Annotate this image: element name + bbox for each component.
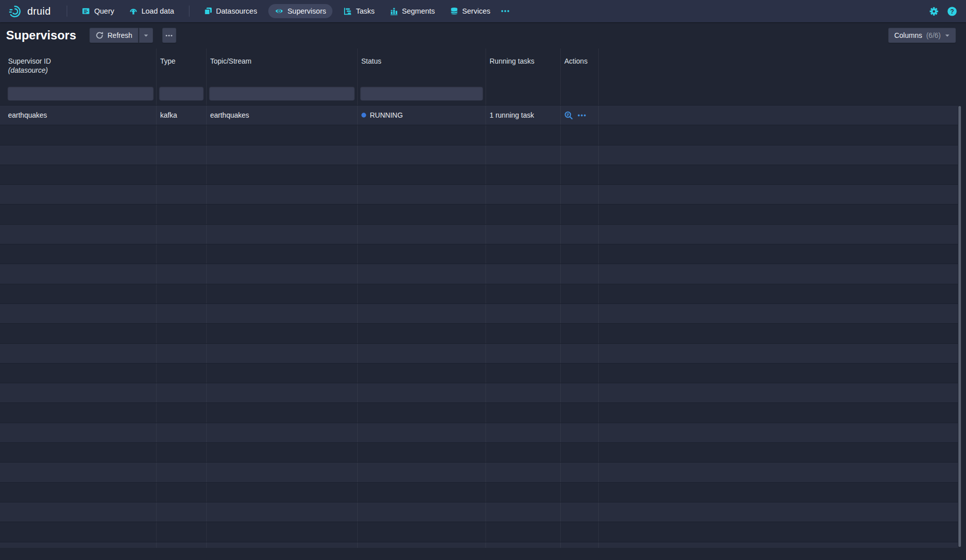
nav-item-services[interactable]: Services: [446, 4, 495, 18]
empty-cell: [561, 522, 599, 541]
empty-cell: [157, 364, 207, 383]
filter-topic-stream-input[interactable]: [209, 86, 355, 100]
top-nav-bar: druid Query Load data Datasources: [0, 0, 966, 22]
empty-cell: [561, 542, 599, 548]
empty-cell: [157, 264, 207, 283]
empty-cell: [599, 383, 958, 402]
empty-cell: [157, 403, 207, 422]
page-title: Supervisors: [6, 28, 76, 42]
table-row-empty: [0, 522, 958, 542]
empty-cell: [561, 145, 599, 165]
empty-cell: [0, 205, 157, 224]
load-data-icon: [129, 7, 137, 15]
empty-cell: [358, 483, 486, 502]
empty-cell: [358, 284, 486, 303]
inspect-supervisor-button[interactable]: [564, 111, 573, 120]
table-row-empty: [0, 205, 958, 224]
empty-cell: [207, 542, 358, 548]
nav-item-segments[interactable]: Segments: [386, 4, 439, 18]
column-header-type[interactable]: Type: [157, 48, 207, 81]
column-label: Actions: [564, 57, 595, 65]
eye-icon: [275, 7, 283, 15]
filter-cell: [0, 81, 157, 105]
nav-item-supervisors[interactable]: Supervisors: [268, 4, 333, 18]
empty-cell: [157, 443, 207, 462]
empty-cell: [561, 225, 599, 244]
empty-cell: [358, 344, 486, 363]
nav-divider: [67, 6, 67, 17]
table-header-row: Supervisor ID (datasource) Type Topic/St…: [0, 48, 958, 81]
running-tasks-cell: 1 running task: [486, 106, 561, 125]
empty-cell: [157, 244, 207, 264]
empty-cell: [599, 244, 958, 264]
filter-type-input[interactable]: [159, 86, 204, 100]
column-header-actions[interactable]: Actions: [561, 48, 599, 81]
column-header-topic-stream[interactable]: Topic/Stream: [207, 48, 358, 81]
gear-icon[interactable]: [929, 7, 939, 16]
chevron-down-icon: [945, 34, 950, 37]
filter-status-input[interactable]: [360, 86, 483, 100]
druid-logo[interactable]: druid: [9, 5, 51, 18]
column-header-running-tasks[interactable]: Running tasks: [486, 48, 561, 81]
empty-cell: [0, 165, 157, 184]
columns-label: Columns: [894, 31, 922, 39]
bar-chart-icon: [390, 7, 398, 15]
filter-supervisor-id-input[interactable]: [8, 86, 154, 100]
empty-cell: [561, 304, 599, 323]
filter-filler: [599, 81, 958, 105]
refresh-label: Refresh: [108, 31, 132, 39]
empty-cell: [0, 463, 157, 482]
empty-cell: [207, 423, 358, 442]
empty-cell: [207, 244, 358, 264]
table-row-empty: [0, 463, 958, 482]
vertical-scrollbar[interactable]: [958, 106, 961, 547]
empty-cell: [486, 284, 561, 303]
empty-cell: [358, 125, 486, 144]
nav-overflow-button[interactable]: [501, 10, 510, 13]
empty-cell: [486, 344, 561, 363]
refresh-icon: [95, 31, 104, 39]
columns-dropdown-button[interactable]: Columns (6/6): [888, 28, 956, 43]
table-row-empty: [0, 284, 958, 304]
empty-cell: [0, 284, 157, 303]
refresh-interval-caret-button[interactable]: [139, 28, 153, 43]
empty-cell: [358, 463, 486, 482]
empty-cell: [599, 463, 958, 482]
column-sublabel: (datasource): [8, 66, 153, 74]
refresh-button[interactable]: Refresh: [89, 28, 138, 43]
toolbar-more-button[interactable]: [162, 28, 176, 43]
empty-cell: [157, 165, 207, 184]
query-icon: [82, 7, 90, 15]
nav-item-load-data[interactable]: Load data: [125, 4, 178, 18]
nav-item-label: Query: [94, 7, 114, 15]
chevron-down-icon: [143, 34, 149, 37]
column-header-status[interactable]: Status: [358, 48, 486, 81]
help-icon[interactable]: ?: [947, 7, 957, 16]
empty-cell: [157, 304, 207, 323]
empty-cell: [486, 225, 561, 244]
empty-cell: [561, 185, 599, 204]
nav-item-query[interactable]: Query: [78, 4, 118, 18]
empty-cell: [599, 443, 958, 462]
row-actions-button[interactable]: [577, 114, 586, 117]
empty-cell: [599, 284, 958, 303]
empty-cell: [561, 284, 599, 303]
column-header-supervisor-id[interactable]: Supervisor ID (datasource): [0, 48, 157, 81]
empty-cell: [207, 264, 358, 283]
empty-cell: [486, 443, 561, 462]
table-row[interactable]: earthquakes kafka earthquakes RUNNING 1 …: [0, 106, 958, 125]
status-badge: RUNNING: [370, 111, 403, 119]
empty-cell: [486, 304, 561, 323]
brand-name: druid: [27, 6, 51, 17]
empty-cell: [358, 364, 486, 383]
nav-item-datasources[interactable]: Datasources: [200, 4, 261, 18]
empty-cell: [599, 205, 958, 224]
empty-cell: [157, 145, 207, 165]
empty-cell: [561, 264, 599, 283]
nav-item-tasks[interactable]: Tasks: [340, 4, 378, 18]
table-row-empty: [0, 502, 958, 522]
empty-cell: [207, 403, 358, 422]
empty-cell: [0, 125, 157, 144]
empty-cell: [599, 483, 958, 502]
empty-cell: [207, 522, 358, 541]
